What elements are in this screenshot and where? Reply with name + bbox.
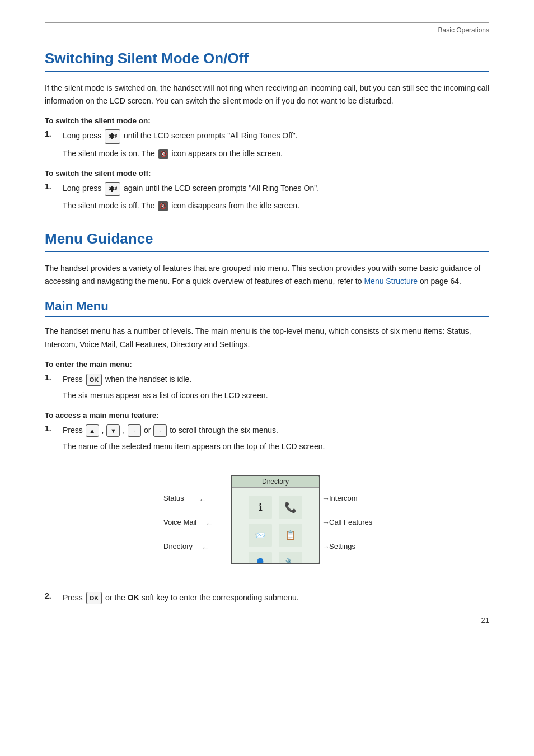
menu-guidance-intro: The handset provides a variety of featur… — [45, 262, 489, 288]
star-key-off: ✱♯ — [105, 182, 120, 196]
diagram-container: Directory ℹ 📞 📨 📋 👤 🔧 Back OK — [163, 464, 387, 581]
switch-off-step1-content: Long press ✱♯ again until the LCD screen… — [63, 182, 489, 196]
arrow-voicemail: ← — [205, 519, 213, 528]
ok-key-enter: OK — [86, 374, 102, 386]
label-intercom: Intercom — [329, 494, 358, 502]
nav-down-key: ▼ — [106, 424, 120, 437]
enter-main-content: Press OK when the handset is idle. — [63, 373, 489, 386]
arrow-directory: ← — [202, 543, 209, 552]
access-feature-step1: 1. Press ▲ , ▼ , · or · to scroll throug… — [45, 424, 489, 437]
status-icon: ℹ — [249, 496, 272, 519]
access-feature-content: Press ▲ , ▼ , · or · to scroll through t… — [63, 424, 489, 437]
enter-main-sub: The six menus appear as a list of icons … — [63, 389, 489, 402]
switch-off-sub: The silent mode is off. The 🔇 icon disap… — [63, 199, 489, 212]
switching-silent-intro: If the silent mode is switched on, the h… — [45, 82, 489, 108]
menu-guidance-after: on page 64. — [420, 277, 461, 286]
voicemail-icon: 📨 — [249, 524, 272, 547]
nav-up-key: ▲ — [86, 424, 99, 437]
main-menu-step2: 2. Press OK or the OK soft key to enter … — [45, 591, 489, 604]
ok-bold: OK — [128, 593, 139, 602]
silent-icon-off: 🔇 — [158, 201, 168, 211]
arrow-intercom: → — [322, 494, 330, 503]
star-key-on: ✱♯ — [105, 129, 120, 143]
switch-on-sub: The silent mode is on. The 🔇 icon appear… — [63, 147, 489, 160]
menu-guidance-title: Menu Guidance — [45, 230, 489, 252]
menu-structure-link[interactable]: Menu Structure — [364, 277, 418, 286]
switch-off-step1: 1. Long press ✱♯ again until the LCD scr… — [45, 182, 489, 196]
arrow-status: ← — [199, 495, 207, 504]
nav-right-key: · — [153, 424, 167, 437]
arrow-callfeatures: → — [322, 518, 330, 527]
access-feature-label: To access a main menu feature: — [45, 411, 489, 419]
label-callfeatures: Call Features — [329, 518, 372, 526]
lcd-row2: 📨 📋 — [249, 524, 302, 547]
silent-icon-on: 🔇 — [158, 149, 168, 159]
ok-key-step2: OK — [86, 592, 102, 604]
nav-left-key: · — [128, 424, 141, 437]
enter-main-label: To enter the main menu: — [45, 360, 489, 368]
switch-off-label: To switch the silent mode off: — [45, 169, 489, 178]
lcd-titlebar: Directory — [232, 476, 319, 488]
lcd-box: Directory ℹ 📞 📨 📋 👤 🔧 Back OK — [231, 475, 320, 564]
settings-icon: 🔧 — [279, 552, 302, 564]
step-num-1: 1. — [45, 129, 60, 138]
lcd-row3: 👤 🔧 — [249, 552, 302, 564]
label-settings: Settings — [329, 542, 355, 550]
step2-content: Press OK or the OK soft key to enter the… — [63, 591, 489, 604]
main-menu-title: Main Menu — [45, 299, 489, 317]
enter-main-step1: 1. Press OK when the handset is idle. — [45, 373, 489, 386]
step-num-2: 2. — [45, 591, 60, 600]
switch-on-step1-content: Long press ✱♯ until the LCD screen promp… — [63, 129, 489, 143]
header: Basic Operations — [45, 22, 489, 34]
directory-icon: 👤 — [249, 552, 272, 564]
label-voicemail: Voice Mail — [163, 518, 196, 526]
callfeatures-icon: 📋 — [279, 524, 302, 547]
step-num-access: 1. — [45, 424, 60, 433]
switch-on-step1: 1. Long press ✱♯ until the LCD screen pr… — [45, 129, 489, 143]
switch-on-label: To switch the silent mode on: — [45, 116, 489, 125]
switching-silent-title: Switching Silent Mode On/Off — [45, 50, 489, 72]
arrow-settings: → — [322, 542, 330, 551]
label-status: Status — [163, 494, 184, 502]
header-section-label: Basic Operations — [438, 26, 489, 34]
main-menu-intro: The handset menu has a number of levels.… — [45, 325, 489, 351]
page-number: 21 — [481, 616, 489, 624]
lcd-row1: ℹ 📞 — [249, 496, 302, 519]
page: Basic Operations Switching Silent Mode O… — [0, 0, 534, 641]
step-num-1b: 1. — [45, 182, 60, 191]
intercom-icon: 📞 — [279, 496, 302, 519]
menu-diagram: Directory ℹ 📞 📨 📋 👤 🔧 Back OK — [62, 464, 489, 581]
access-feature-sub: The name of the selected menu item appea… — [63, 440, 489, 453]
step-num-enter: 1. — [45, 373, 60, 382]
label-directory: Directory — [163, 542, 193, 550]
